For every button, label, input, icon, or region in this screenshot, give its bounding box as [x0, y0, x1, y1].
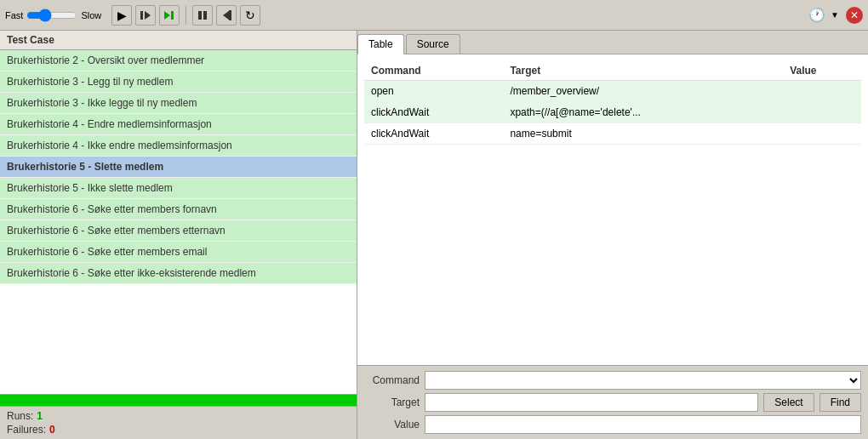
play-button[interactable]: ▶: [111, 5, 132, 26]
table-row[interactable]: open/member_overview/: [364, 81, 861, 102]
list-item[interactable]: Brukerhistorie 5 - Ikke slette medlem: [0, 178, 357, 199]
clock-icon[interactable]: 🕐: [807, 5, 827, 26]
select-button[interactable]: Select: [763, 393, 814, 412]
speed-slider[interactable]: [26, 9, 77, 21]
cell-value: [783, 81, 861, 102]
list-item[interactable]: Brukerhistorie 4 - Ikke endre medlemsinf…: [0, 135, 357, 157]
value-input[interactable]: [425, 415, 861, 434]
right-panel: Table Source Command Target Value open/m…: [357, 31, 868, 439]
tab-source[interactable]: Source: [406, 34, 460, 54]
progress-bar: [0, 395, 357, 406]
table-row[interactable]: clickAndWaitname=submit: [364, 123, 861, 145]
target-row: Target Select Find: [364, 393, 861, 412]
runs-value: 1: [37, 410, 43, 422]
failures-label: Failures:: [7, 424, 46, 436]
test-case-header: Test Case: [0, 31, 357, 50]
command-select[interactable]: open clickAndWait: [425, 371, 861, 390]
pause-button[interactable]: [192, 5, 213, 26]
value-label: Value: [364, 419, 420, 430]
table-area: Command Target Value open/member_overvie…: [357, 54, 868, 365]
tab-bar: Table Source: [357, 31, 868, 54]
list-item[interactable]: Brukerhistorie 5 - Slette medlem: [0, 157, 357, 178]
refresh-button[interactable]: ↻: [240, 5, 260, 26]
command-table: Command Target Value open/member_overvie…: [364, 61, 861, 145]
col-value: Value: [783, 61, 861, 81]
list-item[interactable]: Brukerhistorie 3 - Ikke legge til ny med…: [0, 93, 357, 114]
cell-target: name=submit: [503, 123, 783, 145]
list-item[interactable]: Brukerhistorie 6 - Søke etter members fo…: [0, 199, 357, 220]
target-label: Target: [364, 396, 420, 408]
failures-value: 0: [49, 424, 55, 436]
slow-label: Slow: [81, 10, 101, 20]
stop-button[interactable]: [216, 5, 237, 26]
svg-marker-2: [164, 11, 170, 20]
cell-target: xpath=(//a[@name='delete'...: [503, 102, 783, 123]
svg-rect-4: [198, 11, 202, 20]
status-bar: Runs: 1 Failures: 0: [0, 406, 357, 439]
list-item[interactable]: Brukerhistorie 6 - Søke etter members em…: [0, 242, 357, 263]
svg-rect-7: [229, 10, 231, 20]
svg-marker-6: [223, 10, 230, 20]
list-item[interactable]: Brukerhistorie 3 - Legg til ny medlem: [0, 71, 357, 93]
runs-label: Runs:: [7, 410, 33, 422]
fast-label: Fast: [5, 10, 23, 20]
toolbar: Fast Slow ▶: [0, 0, 868, 31]
table-header-row: Command Target Value: [364, 61, 861, 81]
table-row[interactable]: clickAndWaitxpath=(//a[@name='delete'...: [364, 102, 861, 123]
separator-1: [186, 6, 186, 25]
list-item[interactable]: Brukerhistorie 6 - Søke etter members et…: [0, 220, 357, 242]
svg-rect-5: [203, 11, 207, 20]
list-item[interactable]: Brukerhistorie 4 - Endre medlemsinformas…: [0, 114, 357, 135]
speed-control: Fast Slow: [5, 9, 101, 21]
failures-row: Failures: 0: [7, 424, 55, 436]
progress-bar-container: [0, 394, 357, 406]
command-row: Command open clickAndWait: [364, 371, 861, 390]
col-target: Target: [503, 61, 783, 81]
command-panel: Command open clickAndWait Target Select …: [357, 365, 868, 439]
command-label: Command: [364, 374, 420, 386]
cell-command: clickAndWait: [364, 123, 503, 145]
find-button[interactable]: Find: [819, 393, 861, 412]
list-item[interactable]: Brukerhistorie 2 - Oversikt over medlemm…: [0, 50, 357, 71]
cell-command: open: [364, 81, 503, 102]
cell-value: [783, 102, 861, 123]
col-command: Command: [364, 61, 503, 81]
cell-value: [783, 123, 861, 145]
svg-marker-1: [145, 11, 151, 20]
svg-rect-3: [171, 11, 174, 20]
tab-table[interactable]: Table: [357, 34, 404, 54]
close-button[interactable]: ✕: [846, 7, 863, 24]
runs-row: Runs: 1: [7, 410, 55, 422]
cell-target: /member_overview/: [503, 81, 783, 102]
content-area: Test Case Brukerhistorie 2 - Oversikt ov…: [0, 31, 868, 439]
cell-command: clickAndWait: [364, 102, 503, 123]
step-button[interactable]: [135, 5, 156, 26]
left-panel: Test Case Brukerhistorie 2 - Oversikt ov…: [0, 31, 357, 439]
test-list: Brukerhistorie 2 - Oversikt over medlemm…: [0, 50, 357, 394]
svg-rect-0: [140, 11, 143, 20]
status-left: Runs: 1 Failures: 0: [7, 410, 55, 436]
target-input[interactable]: [425, 393, 758, 412]
run-test-button[interactable]: [159, 5, 180, 26]
value-row: Value: [364, 415, 861, 434]
list-item[interactable]: Brukerhistorie 6 - Søke etter ikke-eksis…: [0, 263, 357, 284]
clock-dropdown[interactable]: ▼: [831, 10, 839, 20]
